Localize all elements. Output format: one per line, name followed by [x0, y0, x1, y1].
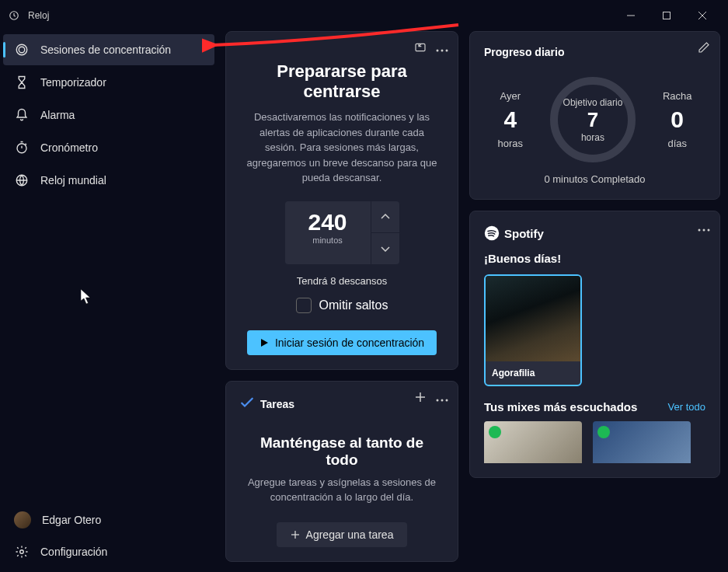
progress-footer: 0 minutos Completado — [484, 173, 705, 185]
spotify-more-button[interactable] — [698, 221, 710, 235]
svg-point-16 — [437, 399, 439, 401]
spotify-icon — [484, 225, 500, 241]
duration-stepper: 240 minutos — [240, 201, 444, 264]
mix-image — [484, 421, 582, 463]
globe-icon — [14, 173, 30, 188]
spotify-logo: Spotify — [484, 225, 705, 241]
minimize-button[interactable] — [613, 3, 649, 28]
playlist-image — [486, 276, 580, 361]
focus-card: Prepararse para centrarse Desactivaremos… — [225, 31, 458, 370]
sidebar-item-label: Alarma — [40, 109, 75, 121]
add-task-label: Agregar una tarea — [306, 528, 394, 541]
stat-streak: Racha 0 días — [663, 90, 692, 149]
duration-unit: minutos — [285, 235, 371, 245]
mixes-see-all-link[interactable]: Ver todo — [668, 401, 705, 413]
duration-decrease-button[interactable] — [371, 233, 399, 264]
stat-yesterday: Ayer 4 horas — [497, 90, 523, 149]
sidebar-item-stopwatch[interactable]: Cronómetro — [3, 132, 214, 163]
daily-goal-ring: Objetivo diario 7 horas — [550, 77, 636, 162]
skip-breaks-checkbox[interactable] — [296, 298, 312, 313]
sidebar-item-focus-sessions[interactable]: Sesiones de concentración — [3, 34, 214, 65]
breaks-text: Tendrá 8 descansos — [240, 275, 444, 287]
svg-point-6 — [19, 47, 25, 53]
app-icon — [8, 9, 20, 22]
tasks-more-button[interactable] — [436, 391, 448, 406]
spotify-badge-icon — [489, 426, 501, 438]
mixes-title: Tus mixes más escuchados — [484, 400, 637, 413]
tasks-description: Agregue tareas y asígnelas a sesiones de… — [240, 475, 444, 505]
avatar — [14, 511, 31, 528]
tasks-add-quick-button[interactable] — [414, 391, 427, 406]
focus-title: Prepararse para centrarse — [240, 61, 444, 102]
duration-increase-button[interactable] — [371, 201, 399, 232]
focus-more-button[interactable] — [436, 41, 448, 57]
bell-icon — [14, 107, 30, 123]
sidebar: Sesiones de concentración Temporizador A… — [0, 31, 218, 572]
add-task-button[interactable]: Agregar una tarea — [277, 522, 408, 547]
app-title: Reloj — [28, 10, 49, 21]
start-focus-label: Iniciar sesión de concentración — [275, 337, 424, 349]
duration-display[interactable]: 240 minutos — [285, 201, 371, 264]
progress-card: Progreso diario Ayer 4 horas Objetivo di… — [469, 31, 720, 200]
play-icon — [260, 338, 269, 347]
tasks-icon — [240, 396, 254, 413]
sidebar-item-settings[interactable]: Configuración — [3, 536, 214, 567]
start-focus-button[interactable]: Iniciar sesión de concentración — [247, 330, 437, 355]
user-account[interactable]: Edgar Otero — [3, 504, 214, 536]
svg-rect-2 — [664, 12, 671, 19]
progress-edit-button[interactable] — [698, 41, 710, 57]
duration-value: 240 — [285, 209, 371, 235]
sidebar-item-label: Configuración — [40, 546, 107, 558]
playlist-card[interactable]: Agorafilia — [484, 274, 582, 386]
sidebar-item-timer[interactable]: Temporizador — [3, 67, 214, 98]
svg-point-22 — [703, 229, 705, 232]
svg-point-5 — [16, 44, 27, 55]
maximize-button[interactable] — [649, 3, 684, 28]
titlebar: Reloj — [0, 0, 728, 31]
mix-card[interactable] — [484, 421, 582, 463]
gear-icon — [14, 544, 30, 560]
skip-breaks-label: Omitir saltos — [319, 298, 388, 312]
sidebar-item-alarm[interactable]: Alarma — [3, 99, 214, 131]
close-button[interactable] — [684, 3, 720, 28]
spotify-greeting: ¡Buenos días! — [484, 252, 705, 265]
stopwatch-icon — [14, 140, 30, 155]
focus-pip-button[interactable] — [414, 41, 427, 57]
mix-image — [593, 421, 691, 463]
plus-icon — [291, 530, 300, 539]
hourglass-icon — [14, 75, 30, 90]
svg-point-13 — [446, 50, 448, 52]
playlist-name: Agorafilia — [486, 361, 580, 385]
tasks-card: Tareas Manténgase al tanto de todo Agreg… — [225, 381, 458, 562]
svg-point-11 — [437, 50, 439, 52]
sidebar-item-label: Cronómetro — [40, 141, 98, 154]
tasks-title: Manténgase al tanto de todo — [240, 434, 444, 469]
svg-point-9 — [20, 550, 24, 554]
sidebar-item-label: Sesiones de concentración — [40, 44, 171, 56]
tasks-header: Tareas — [260, 398, 294, 410]
svg-point-17 — [441, 399, 444, 401]
svg-point-12 — [441, 50, 444, 52]
svg-point-23 — [708, 229, 710, 232]
user-name: Edgar Otero — [42, 514, 101, 526]
sidebar-item-label: Temporizador — [40, 76, 106, 89]
spotify-badge-icon — [597, 426, 610, 438]
spotify-card: Spotify ¡Buenos días! Agorafilia Tus mix… — [469, 211, 720, 478]
sidebar-item-label: Reloj mundial — [40, 174, 106, 187]
svg-point-18 — [446, 399, 448, 401]
svg-point-21 — [698, 229, 701, 232]
focus-description: Desactivaremos las notificaciones y las … — [240, 110, 444, 186]
sidebar-item-world-clock[interactable]: Reloj mundial — [3, 165, 214, 196]
focus-icon — [14, 42, 30, 58]
progress-title: Progreso diario — [484, 46, 564, 58]
mix-card[interactable] — [593, 421, 691, 463]
